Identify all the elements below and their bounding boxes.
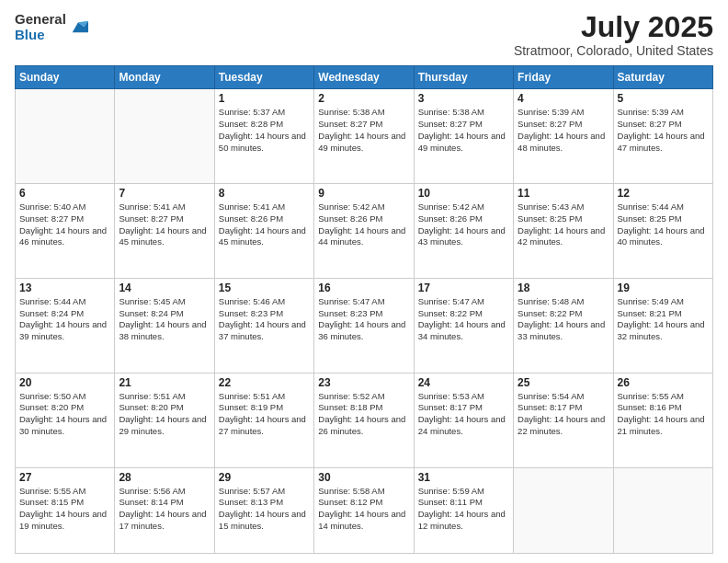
day-info: Sunrise: 5:55 AMSunset: 8:15 PMDaylight:… [19,486,110,533]
day-info: Sunrise: 5:47 AMSunset: 8:22 PMDaylight:… [418,296,509,343]
calendar-week-5: 27Sunrise: 5:55 AMSunset: 8:15 PMDayligh… [16,467,713,554]
day-number: 15 [219,282,310,294]
title-block: July 2025 Stratmoor, Colorado, United St… [514,11,713,58]
col-monday: Monday [115,66,214,89]
day-number: 3 [418,92,509,105]
calendar-week-1: 1Sunrise: 5:37 AMSunset: 8:28 PMDaylight… [16,89,713,184]
day-number: 4 [518,92,609,105]
calendar-cell: 29Sunrise: 5:57 AMSunset: 8:13 PMDayligh… [214,467,313,554]
calendar-cell: 8Sunrise: 5:41 AMSunset: 8:26 PMDaylight… [214,184,313,279]
calendar-cell: 12Sunrise: 5:44 AMSunset: 8:25 PMDayligh… [613,184,712,279]
calendar-cell: 17Sunrise: 5:47 AMSunset: 8:22 PMDayligh… [414,278,513,373]
day-number: 10 [418,187,509,200]
day-info: Sunrise: 5:43 AMSunset: 8:25 PMDaylight:… [518,201,609,248]
page: General Blue July 2025 Stratmoor, Colora… [0,0,728,563]
day-info: Sunrise: 5:45 AMSunset: 8:24 PMDaylight:… [119,296,210,343]
day-info: Sunrise: 5:57 AMSunset: 8:13 PMDaylight:… [219,486,310,533]
day-number: 19 [618,282,709,294]
day-info: Sunrise: 5:52 AMSunset: 8:18 PMDaylight:… [318,391,409,438]
day-info: Sunrise: 5:51 AMSunset: 8:20 PMDaylight:… [119,391,210,438]
day-info: Sunrise: 5:44 AMSunset: 8:24 PMDaylight:… [19,296,110,343]
calendar-cell: 18Sunrise: 5:48 AMSunset: 8:22 PMDayligh… [514,278,613,373]
day-info: Sunrise: 5:49 AMSunset: 8:21 PMDaylight:… [618,296,709,343]
day-info: Sunrise: 5:44 AMSunset: 8:25 PMDaylight:… [618,201,709,248]
day-number: 6 [19,187,110,200]
calendar-cell: 5Sunrise: 5:39 AMSunset: 8:27 PMDaylight… [613,89,712,184]
day-info: Sunrise: 5:38 AMSunset: 8:27 PMDaylight:… [418,107,509,154]
logo-icon [68,17,88,37]
calendar-week-3: 13Sunrise: 5:44 AMSunset: 8:24 PMDayligh… [16,278,713,373]
calendar-cell: 11Sunrise: 5:43 AMSunset: 8:25 PMDayligh… [514,184,613,279]
day-number: 7 [119,187,210,200]
calendar-cell: 2Sunrise: 5:38 AMSunset: 8:27 PMDaylight… [314,89,414,184]
day-number: 8 [219,187,310,200]
calendar-cell: 24Sunrise: 5:53 AMSunset: 8:17 PMDayligh… [414,373,513,467]
day-number: 28 [119,471,210,484]
day-info: Sunrise: 5:48 AMSunset: 8:22 PMDaylight:… [518,296,609,343]
calendar-cell: 19Sunrise: 5:49 AMSunset: 8:21 PMDayligh… [613,278,712,373]
calendar-cell [115,89,214,184]
day-info: Sunrise: 5:38 AMSunset: 8:27 PMDaylight:… [318,107,409,154]
day-number: 20 [19,376,110,389]
col-wednesday: Wednesday [314,66,414,89]
calendar-cell: 21Sunrise: 5:51 AMSunset: 8:20 PMDayligh… [115,373,214,467]
calendar-cell: 27Sunrise: 5:55 AMSunset: 8:15 PMDayligh… [16,467,115,554]
calendar-cell: 14Sunrise: 5:45 AMSunset: 8:24 PMDayligh… [115,278,214,373]
calendar-cell: 30Sunrise: 5:58 AMSunset: 8:12 PMDayligh… [314,467,414,554]
day-number: 31 [418,471,509,484]
day-info: Sunrise: 5:41 AMSunset: 8:27 PMDaylight:… [119,201,210,248]
col-thursday: Thursday [414,66,513,89]
col-tuesday: Tuesday [214,66,313,89]
calendar-cell: 6Sunrise: 5:40 AMSunset: 8:27 PMDaylight… [16,184,115,279]
day-number: 1 [219,92,310,105]
calendar-cell: 22Sunrise: 5:51 AMSunset: 8:19 PMDayligh… [214,373,313,467]
calendar-cell: 31Sunrise: 5:59 AMSunset: 8:11 PMDayligh… [414,467,513,554]
day-number: 22 [219,376,310,389]
col-saturday: Saturday [613,66,712,89]
calendar-cell: 7Sunrise: 5:41 AMSunset: 8:27 PMDaylight… [115,184,214,279]
col-sunday: Sunday [16,66,115,89]
calendar-cell: 13Sunrise: 5:44 AMSunset: 8:24 PMDayligh… [16,278,115,373]
calendar-cell: 10Sunrise: 5:42 AMSunset: 8:26 PMDayligh… [414,184,513,279]
day-info: Sunrise: 5:39 AMSunset: 8:27 PMDaylight:… [618,107,709,154]
day-number: 2 [318,92,409,105]
calendar-week-2: 6Sunrise: 5:40 AMSunset: 8:27 PMDaylight… [16,184,713,279]
day-number: 12 [618,187,709,200]
day-info: Sunrise: 5:46 AMSunset: 8:23 PMDaylight:… [219,296,310,343]
location-title: Stratmoor, Colorado, United States [514,43,713,58]
calendar-cell: 26Sunrise: 5:55 AMSunset: 8:16 PMDayligh… [613,373,712,467]
header: General Blue July 2025 Stratmoor, Colora… [15,11,713,58]
calendar-cell [514,467,613,554]
calendar-cell: 16Sunrise: 5:47 AMSunset: 8:23 PMDayligh… [314,278,414,373]
calendar-cell: 4Sunrise: 5:39 AMSunset: 8:27 PMDaylight… [514,89,613,184]
day-number: 11 [518,187,609,200]
calendar-cell: 1Sunrise: 5:37 AMSunset: 8:28 PMDaylight… [214,89,313,184]
calendar-cell: 25Sunrise: 5:54 AMSunset: 8:17 PMDayligh… [514,373,613,467]
day-info: Sunrise: 5:39 AMSunset: 8:27 PMDaylight:… [518,107,609,154]
day-number: 26 [618,376,709,389]
calendar-cell: 9Sunrise: 5:42 AMSunset: 8:26 PMDaylight… [314,184,414,279]
day-number: 17 [418,282,509,294]
calendar-cell: 23Sunrise: 5:52 AMSunset: 8:18 PMDayligh… [314,373,414,467]
day-number: 23 [318,376,409,389]
calendar-week-4: 20Sunrise: 5:50 AMSunset: 8:20 PMDayligh… [16,373,713,467]
day-info: Sunrise: 5:55 AMSunset: 8:16 PMDaylight:… [618,391,709,438]
day-info: Sunrise: 5:37 AMSunset: 8:28 PMDaylight:… [219,107,310,154]
calendar-header-row: Sunday Monday Tuesday Wednesday Thursday… [16,66,713,89]
day-info: Sunrise: 5:59 AMSunset: 8:11 PMDaylight:… [418,486,509,533]
calendar-cell: 20Sunrise: 5:50 AMSunset: 8:20 PMDayligh… [16,373,115,467]
day-info: Sunrise: 5:50 AMSunset: 8:20 PMDaylight:… [19,391,110,438]
calendar-cell [16,89,115,184]
logo: General Blue [15,11,88,43]
day-info: Sunrise: 5:47 AMSunset: 8:23 PMDaylight:… [318,296,409,343]
logo-text: General Blue [15,11,66,43]
day-number: 30 [318,471,409,484]
day-info: Sunrise: 5:53 AMSunset: 8:17 PMDaylight:… [418,391,509,438]
day-number: 25 [518,376,609,389]
day-number: 14 [119,282,210,294]
month-title: July 2025 [514,11,713,43]
col-friday: Friday [514,66,613,89]
day-number: 18 [518,282,609,294]
day-number: 9 [318,187,409,200]
calendar-cell: 28Sunrise: 5:56 AMSunset: 8:14 PMDayligh… [115,467,214,554]
